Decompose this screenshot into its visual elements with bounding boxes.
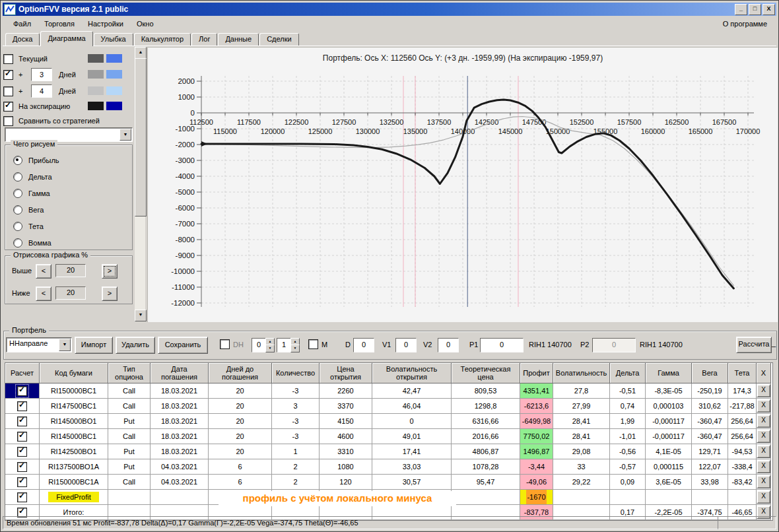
calc-cell[interactable] — [5, 459, 40, 475]
row-delete-button[interactable]: X — [757, 415, 770, 428]
calc-cell[interactable] — [5, 429, 40, 444]
table-header-cell[interactable]: Вега — [692, 363, 728, 383]
table-header-cell[interactable]: Дельта — [610, 363, 646, 383]
row-delete-button[interactable]: X — [757, 399, 770, 413]
range-below-increment-button[interactable]: > — [102, 286, 118, 301]
chevron-down-icon[interactable]: ▼ — [119, 129, 131, 141]
series-toggle-current[interactable]: Текущий — [3, 53, 48, 64]
scroll-up-icon[interactable]: ▲ — [135, 47, 147, 59]
dh-spinner-1[interactable]: 0 — [252, 338, 266, 352]
table-header-cell[interactable]: X — [757, 363, 771, 383]
calc-cell[interactable] — [5, 444, 40, 459]
row-delete-button[interactable]: X — [757, 490, 770, 504]
p1-input[interactable]: 0 — [480, 338, 524, 352]
compare-strategy-checkbox[interactable] — [3, 116, 13, 126]
draw-option-прибыль[interactable]: Прибыль — [5, 152, 132, 168]
menu-window[interactable]: Окно — [130, 18, 160, 30]
radio-icon[interactable] — [13, 222, 22, 231]
table-header-cell[interactable]: Волатильность открытия — [372, 363, 452, 383]
row-delete-button[interactable]: X — [757, 384, 770, 397]
panel-scrollbar[interactable]: ▲ ▼ — [135, 47, 145, 321]
table-header-cell[interactable]: Дней до погашения — [209, 363, 272, 383]
draw-option-тета[interactable]: Тета — [5, 218, 132, 234]
calc-cell[interactable] — [5, 490, 40, 505]
tab-diagram[interactable]: Диаграмма — [40, 31, 92, 46]
radio-icon[interactable] — [13, 238, 22, 248]
expiration-checkbox[interactable] — [3, 102, 13, 112]
v2-input[interactable]: 0 — [438, 338, 459, 352]
close-button[interactable]: X — [762, 4, 775, 15]
dh-spinner-2-arrows[interactable]: ▲ ▼ — [290, 338, 298, 351]
plus3-checkbox[interactable] — [3, 70, 13, 80]
d-input[interactable]: 0 — [353, 338, 374, 352]
table-header-cell[interactable]: Код бумаги — [40, 363, 108, 383]
series-toggle-plus3[interactable]: + Дней — [3, 69, 22, 80]
row-delete-button[interactable]: X — [757, 445, 770, 458]
row-calc-checkbox[interactable] — [17, 477, 27, 487]
save-button[interactable]: Сохранить — [158, 337, 208, 354]
series-toggle-plus4[interactable]: + Дней — [3, 86, 22, 96]
draw-option-гамма[interactable]: Гамма — [5, 185, 132, 201]
p2-input[interactable]: 0 — [592, 338, 636, 352]
row-delete-button[interactable]: X — [757, 460, 770, 473]
compare-strategy-toggle[interactable]: Сравнить со стратегией — [3, 116, 100, 126]
dh-spinner-1-arrows[interactable]: ▲ ▼ — [265, 338, 273, 351]
tab-data[interactable]: Данные — [218, 33, 259, 46]
radio-icon[interactable] — [13, 189, 22, 198]
table-header-cell[interactable]: Расчет — [5, 363, 40, 383]
delete-button[interactable]: Удалить — [116, 337, 155, 354]
row-calc-checkbox[interactable] — [17, 447, 27, 457]
table-header-cell[interactable]: Тета — [728, 363, 757, 383]
dh-checkbox[interactable] — [220, 339, 230, 349]
scrollbar-thumb[interactable] — [135, 58, 147, 216]
table-header-cell[interactable]: Теоретическая цена — [452, 363, 520, 383]
radio-icon[interactable] — [13, 156, 22, 165]
menu-file[interactable]: Файл — [7, 18, 38, 30]
table-header-cell[interactable]: Волатильность — [553, 363, 610, 383]
calc-cell[interactable] — [5, 399, 40, 414]
spin-down-icon[interactable]: ▼ — [290, 345, 300, 352]
row-calc-checkbox[interactable] — [17, 492, 27, 502]
maximize-button[interactable]: □ — [749, 4, 761, 15]
menu-settings[interactable]: Настройки — [81, 18, 130, 30]
range-above-value[interactable]: 20 — [55, 264, 86, 277]
row-calc-checkbox[interactable] — [17, 432, 27, 442]
tab-log[interactable]: Лог — [191, 33, 217, 46]
plus3-days-input[interactable] — [31, 68, 52, 81]
v1-input[interactable]: 0 — [395, 338, 417, 352]
draw-option-вомма[interactable]: Вомма — [5, 234, 132, 251]
table-header-cell[interactable]: Тип опциона — [108, 363, 151, 383]
tab-smile[interactable]: Улыбка — [94, 33, 133, 46]
range-above-increment-button[interactable]: > — [102, 264, 118, 279]
table-header-cell[interactable]: Дата погашения — [151, 363, 209, 383]
menu-trading[interactable]: Торговля — [38, 18, 81, 30]
current-checkbox[interactable] — [3, 54, 13, 64]
direction-combobox[interactable]: ННаправле ▼ — [6, 337, 72, 352]
m-checkbox[interactable] — [308, 339, 318, 349]
range-below-value[interactable]: 20 — [55, 286, 86, 300]
row-calc-checkbox[interactable] — [17, 462, 27, 472]
dh-spinner-2[interactable]: 1 — [277, 338, 291, 352]
table-header-cell[interactable]: Количество — [272, 363, 320, 383]
calculate-button[interactable]: Рассчита — [736, 337, 772, 353]
radio-icon[interactable] — [13, 205, 22, 215]
menu-about[interactable]: О программе — [716, 18, 772, 30]
scroll-down-icon[interactable]: ▼ — [135, 310, 147, 321]
row-calc-checkbox[interactable] — [17, 401, 27, 411]
tab-calculator[interactable]: Калькулятор — [134, 33, 191, 46]
row-calc-checkbox[interactable] — [17, 386, 27, 396]
calc-cell[interactable] — [5, 414, 40, 429]
table-header-cell[interactable]: Профит — [520, 363, 553, 383]
spin-down-icon[interactable]: ▼ — [265, 345, 275, 352]
plus4-days-input[interactable] — [31, 84, 52, 98]
calc-cell[interactable] — [5, 383, 40, 399]
calc-cell[interactable] — [5, 475, 40, 490]
range-below-decrement-button[interactable]: < — [36, 286, 51, 301]
range-above-decrement-button[interactable]: < — [36, 264, 51, 279]
series-toggle-expiration[interactable]: На экспирацию — [3, 101, 70, 112]
table-header-cell[interactable]: Гамма — [646, 363, 692, 383]
draw-option-дельта[interactable]: Дельта — [5, 168, 132, 185]
row-delete-button[interactable]: X — [757, 475, 770, 488]
table-header-cell[interactable]: Цена открытия — [320, 363, 372, 383]
tab-deals[interactable]: Сделки — [259, 33, 299, 46]
